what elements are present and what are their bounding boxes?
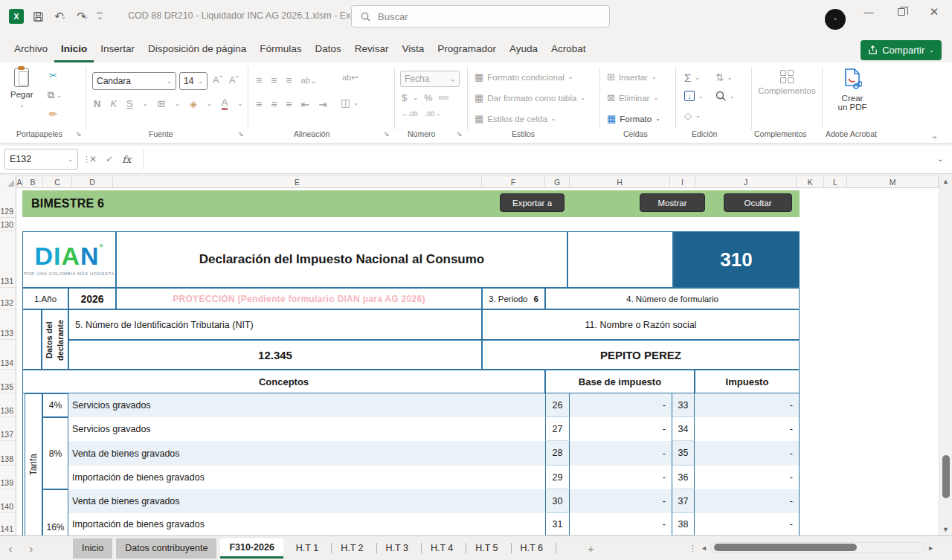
tab-acrobat[interactable]: Acrobat bbox=[544, 36, 593, 62]
period-value[interactable]: 6 bbox=[534, 295, 538, 303]
percent-icon[interactable]: % bbox=[424, 92, 433, 103]
portapapeles-dialog-launcher[interactable]: ⇘ bbox=[76, 130, 82, 138]
col-C[interactable]: C bbox=[43, 176, 72, 188]
tab-archivo[interactable]: Archivo bbox=[7, 36, 54, 62]
row-129[interactable]: 129 bbox=[0, 188, 16, 218]
fuente-dialog-launcher[interactable]: ⇘ bbox=[238, 130, 244, 138]
col-B[interactable]: B bbox=[23, 176, 43, 188]
alineacion-dialog-launcher[interactable]: ⇘ bbox=[384, 130, 390, 138]
format-as-table-button[interactable]: ▦Dar formato como tabla⌄ bbox=[475, 92, 585, 103]
tax-value-cell[interactable]: - bbox=[695, 466, 800, 489]
tab-disposicion[interactable]: Disposición de página bbox=[141, 36, 253, 62]
autosum-icon[interactable]: Σ bbox=[684, 71, 691, 84]
row-135[interactable]: 135 bbox=[0, 370, 16, 393]
row-133[interactable]: 133 bbox=[0, 309, 16, 340]
insert-cells-button[interactable]: ⊞Insertar⌄ bbox=[607, 71, 657, 83]
underline-button[interactable]: S bbox=[126, 98, 133, 109]
conditional-format-button[interactable]: ▦Formato condicional⌄ bbox=[475, 71, 573, 83]
horizontal-scroll-track[interactable] bbox=[710, 542, 924, 553]
tabbar-splitter[interactable]: ⋮ bbox=[689, 544, 697, 553]
concept-cell[interactable]: Venta de bienes gravados bbox=[68, 489, 545, 513]
col-G[interactable]: G bbox=[545, 176, 570, 188]
concept-cell[interactable]: Importación de bienes gravados bbox=[68, 513, 545, 535]
number-format-select[interactable]: Fecha⌄ bbox=[400, 71, 460, 87]
tab-revisar[interactable]: Revisar bbox=[348, 36, 396, 62]
redo-button[interactable]: ↷⌄ bbox=[74, 8, 91, 25]
minimize-button[interactable]: — bbox=[852, 0, 885, 24]
expand-formula-bar-icon[interactable]: ⌄ bbox=[937, 155, 943, 163]
paste-button[interactable]: Pegar ⌄ bbox=[10, 68, 33, 109]
row-130[interactable]: 130 bbox=[0, 218, 16, 231]
decrease-indent-icon[interactable]: ⇤ bbox=[301, 98, 310, 110]
tax-value-cell[interactable]: - bbox=[695, 513, 800, 535]
tax-value-cell[interactable]: - bbox=[695, 417, 800, 441]
tab-formulas[interactable]: Fórmulas bbox=[253, 36, 308, 62]
sheet-tab-ht6[interactable]: H.T 6 bbox=[512, 538, 552, 559]
insert-function-icon[interactable]: fx bbox=[122, 154, 131, 165]
search-input[interactable]: Buscar bbox=[351, 5, 610, 28]
col-J[interactable]: J bbox=[695, 176, 797, 188]
col-A[interactable]: A bbox=[16, 176, 23, 188]
fill-down-icon[interactable]: ↓ bbox=[684, 91, 695, 101]
fill-color-icon[interactable]: ◈ bbox=[190, 98, 197, 109]
exportar-button[interactable]: Exportar a bbox=[500, 193, 565, 212]
copy-button[interactable]: ⧉⌄ bbox=[48, 89, 62, 101]
vertical-scrollbar[interactable]: ▲ ▼ bbox=[939, 176, 952, 535]
scroll-left-icon[interactable]: ◂ bbox=[702, 544, 706, 552]
sort-filter-icon[interactable]: ⇅ bbox=[715, 71, 724, 83]
sheet-tab-datos-contribuyente[interactable]: Datos contribuyente bbox=[116, 538, 216, 559]
base-value-cell[interactable]: - bbox=[570, 513, 672, 535]
numero-dialog-launcher[interactable]: ⇘ bbox=[457, 130, 463, 138]
scroll-up-icon[interactable]: ▲ bbox=[942, 176, 949, 187]
row-136[interactable]: 136 bbox=[0, 393, 16, 417]
row-141[interactable]: 141 bbox=[0, 513, 16, 535]
font-size-select[interactable]: 14⌄ bbox=[179, 72, 208, 90]
tab-insertar[interactable]: Insertar bbox=[94, 36, 141, 62]
concept-cell[interactable]: Servicios gravados bbox=[68, 393, 545, 417]
font-name-select[interactable]: Candara⌄ bbox=[92, 72, 176, 90]
add-sheet-button[interactable]: + bbox=[579, 538, 603, 559]
clear-icon[interactable]: ◇ bbox=[684, 110, 692, 121]
row-140[interactable]: 140 bbox=[0, 489, 16, 513]
year-value[interactable]: 2026 bbox=[68, 288, 116, 309]
increase-indent-icon[interactable]: ⇥ bbox=[318, 98, 327, 110]
find-select-button[interactable]: ⌄ bbox=[715, 91, 735, 101]
italic-button[interactable]: K bbox=[110, 98, 117, 109]
cell-styles-button[interactable]: ▦Estilos de celda⌄ bbox=[475, 113, 556, 124]
row-137[interactable]: 137 bbox=[0, 417, 16, 441]
thousands-icon[interactable]: 000 bbox=[439, 94, 448, 101]
name-value[interactable]: PEPITO PEREZ bbox=[482, 340, 800, 370]
align-left-icon[interactable]: ≡ bbox=[256, 98, 262, 110]
formula-input[interactable] bbox=[143, 149, 930, 170]
confirm-entry-icon[interactable]: ✓ bbox=[106, 154, 113, 164]
row-132[interactable]: 132 bbox=[0, 288, 16, 309]
horizontal-scroll-thumb[interactable] bbox=[714, 544, 857, 551]
create-pdf-button[interactable]: Crearun PDF bbox=[830, 68, 875, 112]
tab-programador[interactable]: Programador bbox=[431, 36, 503, 62]
currency-icon[interactable]: $ bbox=[402, 92, 407, 103]
mostrar-button[interactable]: Mostrar bbox=[640, 193, 705, 212]
row-134[interactable]: 134 bbox=[0, 340, 16, 370]
prev-sheet-icon[interactable]: ‹ bbox=[0, 542, 21, 555]
user-avatar[interactable]: G bbox=[825, 9, 846, 30]
col-H[interactable]: H bbox=[570, 176, 670, 188]
align-center-icon[interactable]: ≡ bbox=[271, 98, 277, 110]
addins-button[interactable]: Complementos bbox=[760, 70, 814, 95]
cancel-entry-icon[interactable]: ✕ bbox=[89, 154, 97, 164]
share-button[interactable]: Compartir ⌄ bbox=[861, 40, 942, 60]
scroll-down-icon[interactable]: ▼ bbox=[942, 524, 949, 535]
sheet-tab-ht5[interactable]: H.T 5 bbox=[466, 538, 506, 559]
col-E[interactable]: E bbox=[113, 176, 482, 188]
grow-font-icon[interactable]: Aˆ bbox=[213, 74, 222, 86]
vertical-scroll-thumb[interactable] bbox=[942, 455, 950, 498]
concept-cell[interactable]: Servicios gravados bbox=[68, 417, 545, 441]
col-M[interactable]: M bbox=[847, 176, 939, 188]
decrease-decimal-icon[interactable]: .00→ bbox=[425, 110, 442, 118]
select-all-corner[interactable] bbox=[0, 176, 16, 188]
save-icon[interactable] bbox=[30, 8, 46, 25]
undo-button[interactable]: ↶⌄ bbox=[52, 8, 68, 25]
scroll-right-icon[interactable]: ▸ bbox=[929, 544, 933, 552]
restore-button[interactable] bbox=[885, 0, 918, 24]
base-value-cell[interactable]: - bbox=[570, 466, 672, 489]
concept-cell[interactable]: Venta de bienes gravados bbox=[68, 441, 545, 466]
